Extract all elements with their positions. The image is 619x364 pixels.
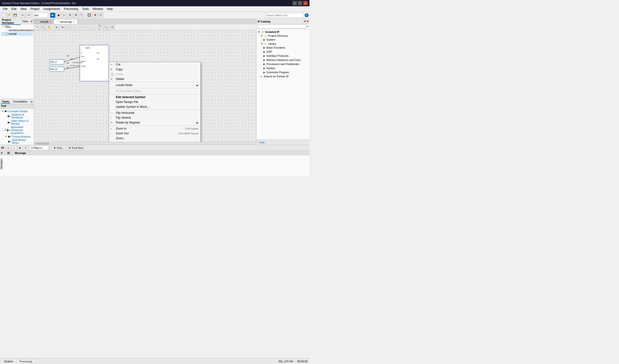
- tasks-options-icon[interactable]: ⚙: [31, 100, 33, 103]
- find-next-button[interactable]: 👁 Find Next: [67, 146, 85, 150]
- pin-out-tool[interactable]: ←: [85, 25, 90, 30]
- canvas-area[interactable]: DIN_A DIN_M lpm c out out reset rec rese…: [34, 30, 256, 142]
- ip-item-university-program[interactable]: ▶ University Program: [257, 70, 309, 74]
- filter-warn-btn[interactable]: ▲: [11, 146, 17, 150]
- ctx-copy[interactable]: ⎘ Copy: [109, 67, 200, 72]
- ip-catalog-pin-icon[interactable]: 📌: [303, 20, 306, 23]
- stop-button[interactable]: ⏹: [56, 13, 61, 18]
- ctx-delete[interactable]: ✕ Delete: [109, 77, 200, 82]
- task-fitter[interactable]: ▶ ▷ Fitter (Place & Route): [1, 119, 33, 126]
- ip-search-input[interactable]: [257, 25, 306, 28]
- tab-lsd-close[interactable]: ✕: [49, 21, 51, 23]
- ctx-rotate[interactable]: ↻ Rotate by Degrees ▶: [109, 120, 200, 125]
- menu-edit[interactable]: Edit: [9, 7, 18, 11]
- maximize-button[interactable]: □: [298, 1, 302, 5]
- wire-button[interactable]: 🔗: [98, 13, 103, 18]
- tree-item-kernel[interactable]: 📄kernel/synthesis/kernel.qip: [1, 28, 33, 32]
- zoom-out-btn[interactable]: 🔍-: [104, 25, 109, 30]
- tool3-button[interactable]: 🔧: [79, 13, 84, 18]
- pan-tool[interactable]: ✋: [46, 25, 52, 30]
- ctx-update-symbol[interactable]: Update Symbol or Block...: [109, 104, 200, 109]
- menu-processing[interactable]: Processing: [62, 7, 80, 11]
- menu-window[interactable]: Window: [91, 7, 105, 11]
- tab-lsd-bdf[interactable]: 📋 lsd.bdf ✕: [34, 19, 54, 24]
- pin-bidir-tool[interactable]: ↔: [90, 25, 96, 30]
- filter-input[interactable]: [29, 146, 49, 150]
- project-name-input[interactable]: [33, 13, 48, 18]
- tab-tasks[interactable]: Tasks: [1, 100, 10, 104]
- menu-help[interactable]: Help: [105, 7, 115, 11]
- ip-item-memory[interactable]: ▶ Memory Interfaces and Cont...: [257, 58, 309, 62]
- ctx-edit-symbol[interactable]: Edit Selected Symbol: [109, 95, 200, 99]
- run-button[interactable]: ▷: [62, 13, 67, 18]
- task-expand-analysis[interactable]: ▶: [8, 114, 10, 118]
- ip-catalog-close-icon[interactable]: ✕: [307, 20, 309, 23]
- ip-item-installed[interactable]: ▼ 🗀 Installed IP: [257, 30, 309, 34]
- block-tool[interactable]: □: [66, 25, 71, 30]
- tree-item-lsd-bdf[interactable]: 📋lsd.bdf: [1, 32, 33, 36]
- ip-item-processors[interactable]: ▶ Processors and Peripherals: [257, 62, 309, 66]
- ctx-flip-vertical[interactable]: ↕ Flip Vertical: [109, 115, 200, 120]
- chip-button[interactable]: 🔲: [86, 13, 92, 18]
- menu-project[interactable]: Project: [28, 7, 41, 11]
- tab-project-navigator[interactable]: Project Navigator: [1, 18, 21, 25]
- menu-file[interactable]: File: [1, 7, 9, 11]
- tab-kernel-close[interactable]: ✕: [73, 21, 75, 23]
- undo-button[interactable]: ↩: [20, 13, 25, 18]
- filter-info-btn[interactable]: ■: [18, 146, 22, 150]
- filter-error-btn[interactable]: ●: [6, 146, 10, 150]
- tab-files[interactable]: Files: [22, 20, 29, 23]
- tab-kernel-qip[interactable]: 📄 kernel.qip ✕: [54, 19, 77, 24]
- select-tool[interactable]: ↖: [35, 25, 40, 30]
- ctx-fit-window[interactable]: Fit in Window Ctrl+Alt+W: [109, 141, 200, 142]
- ip-search-clear-icon[interactable]: ✕: [307, 25, 309, 28]
- symbol-tool[interactable]: ⊕: [60, 25, 65, 30]
- tool2-button[interactable]: ⚒: [73, 13, 79, 18]
- task-expand-eda[interactable]: ▶: [8, 140, 10, 143]
- text-tool[interactable]: A: [54, 25, 59, 30]
- zoom-in-btn[interactable]: 🔍+: [98, 25, 103, 30]
- ip-item-library[interactable]: ▼ 🗀 Library: [257, 42, 309, 46]
- wire-tool[interactable]: ╌: [71, 25, 77, 30]
- task-expand-timing[interactable]: ▶: [8, 135, 10, 138]
- ip-item-basic-functions[interactable]: ▶ Basic Functions: [257, 46, 309, 50]
- menu-assignments[interactable]: Assignments: [41, 7, 62, 11]
- close-button[interactable]: ✕: [303, 1, 308, 5]
- task-timing[interactable]: ✔ ▶ ▷ Timing Analysis: [1, 135, 33, 138]
- ip-add-bar[interactable]: + Add...: [256, 140, 310, 145]
- ip-item-interface-protocols[interactable]: ▶ Interface Protocols: [257, 54, 309, 58]
- compile-button[interactable]: ▶: [50, 13, 55, 18]
- task-expand-fitter[interactable]: ▶: [8, 121, 10, 124]
- menu-tools[interactable]: Tools: [80, 7, 91, 11]
- ip-item-system1[interactable]: ▶ System: [257, 38, 309, 42]
- messages-label[interactable]: Messages: [0, 158, 3, 170]
- ctx-open-design-file[interactable]: Open Design File: [109, 99, 200, 104]
- task-eda[interactable]: ▶ ▷ EDA Netlist Writer: [1, 138, 33, 144]
- pin-button[interactable]: 📌: [92, 13, 98, 18]
- task-assembler[interactable]: ✔ ▶ ▷ Assembler (Generate programm...: [1, 126, 33, 135]
- task-expand-assembler[interactable]: ▶: [7, 129, 9, 132]
- tree-item-files[interactable]: ▼Files: [1, 25, 33, 28]
- ctx-zoom-in[interactable]: + Zoom In Ctrl+Space: [109, 126, 200, 131]
- tab-compilation[interactable]: Compilation: [12, 100, 28, 104]
- new-button[interactable]: 📄: [1, 13, 6, 18]
- find-button[interactable]: 👁 Find...: [52, 146, 66, 150]
- pin-in-tool[interactable]: →: [79, 25, 84, 30]
- ctx-locate-node[interactable]: Locate Node ▶: [109, 83, 200, 87]
- fit-btn[interactable]: ⊡: [110, 25, 115, 30]
- ctx-cut[interactable]: ✂ Cut: [109, 62, 200, 67]
- canvas-hscrollbar[interactable]: [34, 142, 256, 145]
- ctx-zoom-out[interactable]: - Zoom Out Ctrl+Shift+Space: [109, 131, 200, 136]
- global-search-input[interactable]: [265, 13, 304, 18]
- zoom-select-tool[interactable]: 🔍: [41, 25, 46, 30]
- ctx-zoom[interactable]: Zoom...: [109, 136, 200, 141]
- ip-item-dsp[interactable]: ▶ DSP: [257, 50, 309, 54]
- ip-item-system2[interactable]: ▶ System: [257, 66, 309, 70]
- ip-item-project-dir[interactable]: ▼ 🗀 Project Directory: [257, 34, 309, 38]
- ip-item-partner[interactable]: ● Search for Partner IP: [257, 74, 309, 78]
- task-compile-design[interactable]: ✔ ▶ ▷ Compile Design: [1, 109, 33, 113]
- task-expand-compile[interactable]: ▶: [5, 110, 7, 113]
- open-button[interactable]: 📂: [7, 13, 12, 18]
- tool1-button[interactable]: ⚙: [68, 13, 73, 18]
- redo-button[interactable]: ↪: [26, 13, 31, 18]
